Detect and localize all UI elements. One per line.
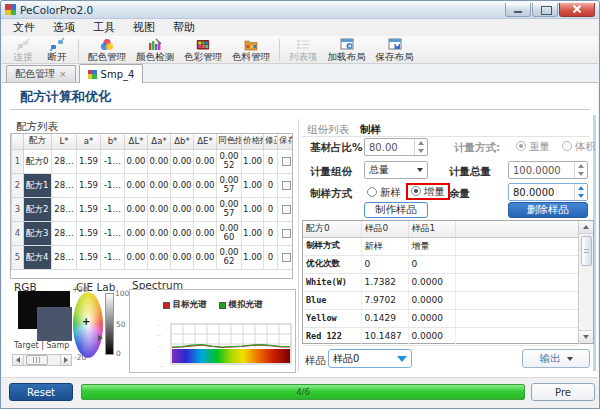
app-icon: [5, 4, 16, 15]
tab-component-list[interactable]: 组份列表: [307, 123, 349, 137]
row-number: 3: [12, 197, 24, 221]
toolbar-item-connect: 连接: [6, 37, 40, 63]
save-checkbox[interactable]: [282, 229, 291, 238]
sample-table-row[interactable]: Red 12210.14870.0000: [303, 327, 579, 345]
scrollbar-thumb[interactable]: [581, 236, 592, 266]
minimize-button[interactable]: [505, 3, 531, 17]
spin-down-icon[interactable]: [575, 192, 587, 200]
save-checkbox[interactable]: [282, 181, 291, 190]
radio-weight-icon: [516, 141, 526, 151]
spectrum-legend: 目标光谱 模拟光谱: [130, 299, 295, 311]
scroll-up-icon[interactable]: [579, 221, 593, 234]
chevron-down-icon: [567, 357, 573, 361]
toolbar-item-label: 色料管理: [232, 51, 270, 62]
tab-label: Smp_4: [101, 69, 135, 80]
recipe-column-header: ΔL*: [125, 134, 148, 149]
lightness-bar[interactable]: [105, 293, 114, 355]
menu-item[interactable]: 帮助: [164, 19, 204, 36]
toolbar-item-color-manage[interactable]: 色彩管理: [179, 37, 227, 63]
recipe-name-cell[interactable]: 配方3: [24, 221, 52, 245]
maximize-button[interactable]: [532, 3, 558, 17]
sample-table-row[interactable]: White(W)1.73820.0000: [303, 273, 579, 291]
output-button[interactable]: 输出: [522, 349, 590, 368]
scroll-left-icon[interactable]: [13, 355, 24, 365]
radio-new-icon[interactable]: [367, 187, 377, 197]
toolbar-item-color-match[interactable]: 配色管理: [83, 37, 131, 63]
sample-select-value: 样品0: [329, 352, 393, 366]
scroll-right-icon[interactable]: [60, 355, 71, 365]
recipe-value-cell: 0.00: [171, 245, 194, 269]
footer-bar: Reset 4/6 Pre: [2, 377, 598, 407]
recipe-name-cell[interactable]: 配方0: [24, 149, 52, 173]
recipe-value-cell: 1.00: [242, 221, 264, 245]
recipe-row[interactable]: 1配方028…1.59-1…0.000.000.000.000.00521.00…: [12, 149, 294, 173]
menu-item[interactable]: 视图: [124, 19, 164, 36]
recipe-row[interactable]: 4配方328…1.59-1…0.000.000.000.000.00601.00…: [12, 221, 294, 245]
remain-spinner[interactable]: 80.0000: [508, 183, 588, 201]
recipe-value-cell: 28…: [52, 221, 77, 245]
scrollbar-thumb[interactable]: [26, 355, 48, 365]
recipe-column-header: 同色指: [217, 134, 242, 149]
color-detect-icon: [148, 38, 162, 51]
save-checkbox[interactable]: [282, 205, 291, 214]
toolbar-separator: [279, 39, 280, 61]
make-sample-button[interactable]: 制作样品: [364, 202, 428, 218]
recipe-value-cell: 0.0052: [217, 149, 242, 173]
recipe-value-cell: 0.00: [125, 173, 148, 197]
save-checkbox[interactable]: [282, 157, 291, 166]
recipe-name-cell[interactable]: 配方1: [24, 173, 52, 197]
lightness-marker-icon[interactable]: [98, 335, 103, 341]
sample-value-cell: [455, 237, 579, 255]
svg-text:···: ···: [160, 363, 165, 369]
save-cell: [278, 173, 294, 197]
toolbar-item-save-layout[interactable]: 保存布局: [371, 37, 419, 63]
panel-splitter[interactable]: [298, 119, 299, 371]
tab-color-match-manage[interactable]: 配色管理 ×: [6, 65, 76, 82]
radio-increment-icon[interactable]: [411, 186, 421, 196]
toolbar-item-colorant-manage[interactable]: 色料管理: [227, 37, 275, 63]
recipe-row[interactable]: 3配方228…1.59-1…0.000.000.000.000.00571.00…: [12, 197, 294, 221]
sample-table-header: 配方0样品0样品1: [303, 221, 579, 237]
recipe-value-cell: 0.00: [194, 197, 217, 221]
component-dropdown[interactable]: 总量: [364, 161, 428, 179]
scroll-down-icon[interactable]: [579, 330, 593, 343]
save-checkbox[interactable]: [282, 253, 291, 262]
sample-table-scrollbar[interactable]: [578, 221, 593, 343]
radio-weight: 重量: [516, 140, 550, 154]
reset-button[interactable]: Reset: [9, 383, 73, 401]
sample-column-header: 样品0: [361, 221, 408, 237]
delete-sample-button[interactable]: 删除样品: [508, 202, 588, 218]
close-button[interactable]: [559, 3, 595, 17]
recipe-row[interactable]: 2配方128…1.59-1…0.000.000.000.000.00571.00…: [12, 173, 294, 197]
recipe-value-cell: 0: [264, 149, 278, 173]
total-label: 计量总量: [449, 165, 491, 179]
recipe-row[interactable]: 5配方428…1.59-1…0.000.000.000.000.00621.00…: [12, 245, 294, 269]
menu-item[interactable]: 工具: [84, 19, 124, 36]
recipe-name-cell[interactable]: 配方2: [24, 197, 52, 221]
rgb-horizontal-scrollbar[interactable]: [12, 354, 72, 366]
radio-new-sample[interactable]: 新样: [367, 186, 401, 200]
recipe-value-cell: 0: [264, 221, 278, 245]
menu-item[interactable]: 文件: [4, 19, 44, 36]
sample-table-row[interactable]: 优化次数00: [303, 255, 579, 273]
menu-item[interactable]: 选项: [44, 19, 84, 36]
recipe-name-cell[interactable]: 配方4: [24, 245, 52, 269]
sample-table-row[interactable]: Blue7.97020.0000: [303, 291, 579, 309]
tab-make-sample[interactable]: 制样: [360, 123, 381, 137]
tab-close-icon[interactable]: ×: [59, 70, 67, 79]
tab-smp4[interactable]: Smp_4: [79, 64, 144, 83]
bar-tick-100: 100: [115, 289, 129, 298]
radio-increment[interactable]: 增量: [411, 185, 445, 199]
sample-value-cell: [455, 327, 579, 345]
sample-table-row[interactable]: Yellow0.14290.0000: [303, 309, 579, 327]
toolbar-item-load-layout[interactable]: 加载布局: [323, 37, 371, 63]
spin-up-icon[interactable]: [575, 184, 587, 192]
sample-table-row[interactable]: 制样方式新样增量: [303, 237, 579, 255]
toolbar-item-disconnect[interactable]: 断开: [40, 37, 74, 63]
row-number: 4: [12, 221, 24, 245]
sample-select-dropdown[interactable]: 样品0: [328, 349, 412, 368]
pre-button[interactable]: Pre: [531, 383, 595, 401]
toolbar-item-color-detect[interactable]: 颜色检测: [131, 37, 179, 63]
recipe-value-cell: -1…: [101, 173, 125, 197]
rgb-caption: Target | Samp: [14, 341, 74, 350]
